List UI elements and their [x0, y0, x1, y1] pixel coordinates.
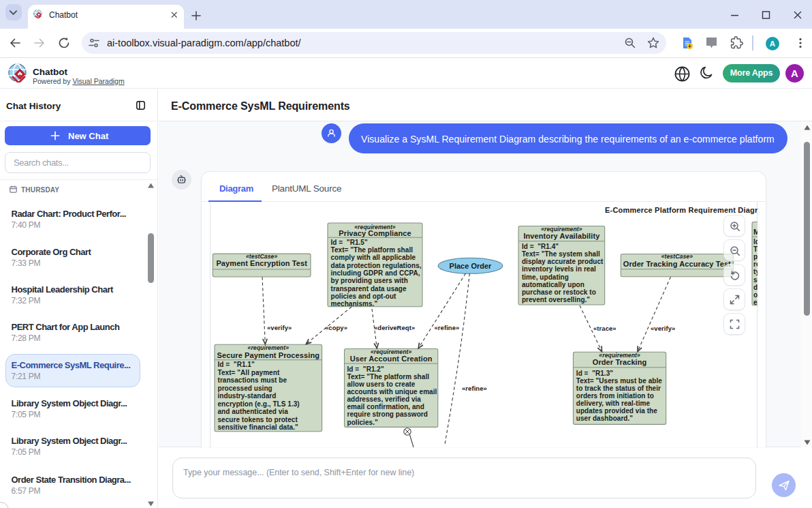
svg-text:Mobile Responsive: Mobile Responsive	[753, 228, 758, 236]
svg-text:Secure Payment Processing: Secure Payment Processing	[217, 351, 319, 359]
svg-text:«deriveReqt»: «deriveReqt»	[374, 324, 415, 331]
svg-text:orders from initiation to: orders from initiation to	[576, 392, 654, 400]
svg-text:User Account Creation: User Account Creation	[350, 355, 433, 363]
svg-text:inventory levels in real: inventory levels in real	[522, 265, 596, 273]
svg-text:Text= "Users must be able: Text= "Users must be able	[576, 377, 663, 385]
svg-text:secure tokens to protect: secure tokens to protect	[218, 416, 298, 423]
svg-text:Text= "All payment: Text= "All payment	[218, 369, 280, 376]
svg-text:allow users to create: allow users to create	[347, 380, 416, 388]
svg-text:encryption (e.g., TLS 1.3): encryption (e.g., TLS 1.3)	[218, 400, 300, 408]
svg-text:experience.": experience."	[753, 299, 758, 306]
svg-text:display accurate product: display accurate product	[522, 258, 604, 265]
svg-text:Text= "The system shall: Text= "The system shall	[753, 245, 758, 253]
svg-text:«trace»: «trace»	[593, 325, 616, 332]
svg-text:desktop, tablet, and: desktop, tablet, and	[753, 284, 758, 291]
svg-text:types of devices and: types of devices and	[753, 268, 758, 275]
svg-text:policies and opt-out: policies and opt-out	[331, 293, 397, 300]
svg-text:Id = "R1.1": Id = "R1.1"	[218, 361, 255, 368]
svg-text:processed using: processed using	[218, 385, 272, 392]
svg-text:«copy»: «copy»	[325, 324, 347, 331]
svg-text:Id = "R1.3": Id = "R1.3"	[576, 370, 613, 377]
svg-text:«requirement»: «requirement»	[248, 344, 290, 351]
svg-text:«refine»: «refine»	[462, 385, 487, 392]
svg-text:Place Order: Place Order	[450, 262, 492, 270]
svg-text:and authenticated via: and authenticated via	[218, 408, 289, 415]
svg-text:Id = "R1.4": Id = "R1.4"	[522, 243, 559, 250]
svg-text:time, updating: time, updating	[522, 273, 569, 281]
svg-text:sensitive financial data.": sensitive financial data."	[218, 423, 299, 431]
svg-text:«testCase»: «testCase»	[661, 253, 693, 260]
svg-text:industry-standard: industry-standard	[218, 392, 277, 400]
svg-text:Inventory Availability: Inventory Availability	[523, 232, 600, 240]
svg-text:by providing users with: by providing users with	[331, 277, 408, 284]
svg-text:Order Tracking: Order Tracking	[593, 358, 647, 366]
svg-text:optimal usability and: optimal usability and	[753, 291, 758, 299]
svg-text:accounts with unique email: accounts with unique email	[347, 388, 437, 395]
svg-text:Text= "The platform shall: Text= "The platform shall	[331, 246, 413, 254]
svg-text:including GDPR and CCPA,: including GDPR and CCPA,	[331, 269, 420, 277]
svg-text:screen sizes, with: screen sizes, with	[753, 276, 758, 284]
svg-text:policies.": policies."	[347, 419, 378, 426]
svg-text:prevent overselling.": prevent overselling."	[522, 296, 590, 303]
svg-text:Id = "R1.2": Id = "R1.2"	[347, 365, 384, 373]
svg-text:Order Tracking Accuracy Test: Order Tracking Accuracy Test	[623, 260, 731, 268]
svg-text:Id = "R1.5": Id = "R1.5"	[331, 239, 368, 246]
svg-text:automatically upon: automatically upon	[522, 281, 584, 288]
svg-text:render correctly on: render correctly on	[753, 260, 758, 268]
svg-text:transparent data usage: transparent data usage	[331, 285, 407, 293]
svg-text:updates provided via the: updates provided via the	[576, 407, 657, 415]
svg-text:provide a responsive: provide a responsive	[753, 253, 758, 260]
svg-text:Payment Encryption Test: Payment Encryption Test	[216, 259, 307, 267]
svg-text:E-Commerce Platform Requiremen: E-Commerce Platform Requirement Diagram	[605, 206, 758, 214]
svg-text:transactions must be: transactions must be	[218, 376, 287, 384]
svg-text:email confirmation, and: email confirmation, and	[347, 403, 424, 410]
svg-text:«requirement»: «requirement»	[541, 226, 582, 233]
svg-text:Id = "R1.6": Id = "R1.6"	[753, 238, 758, 245]
svg-text:«refine»: «refine»	[435, 324, 460, 331]
svg-text:Privacy Compliance: Privacy Compliance	[339, 229, 411, 237]
svg-text:delivery, with real-time: delivery, with real-time	[576, 400, 651, 407]
svg-text:user dashboard.": user dashboard."	[576, 415, 634, 422]
svg-text:mechanisms.": mechanisms."	[331, 300, 378, 308]
svg-text:«verify»: «verify»	[651, 325, 675, 332]
svg-text:purchase or restock to: purchase or restock to	[522, 288, 596, 296]
svg-text:comply with all applicable: comply with all applicable	[331, 254, 416, 261]
svg-text:addresses, verified via: addresses, verified via	[347, 395, 422, 403]
svg-text:«verify»: «verify»	[267, 324, 292, 331]
svg-text:Text= "The system shall: Text= "The system shall	[522, 250, 600, 258]
svg-text:data protection regulations,: data protection regulations,	[331, 262, 422, 269]
svg-text:Text= "The platform shall: Text= "The platform shall	[347, 373, 430, 380]
svg-text:require strong password: require strong password	[347, 410, 428, 418]
svg-text:to track the status of their: to track the status of their	[576, 385, 661, 392]
